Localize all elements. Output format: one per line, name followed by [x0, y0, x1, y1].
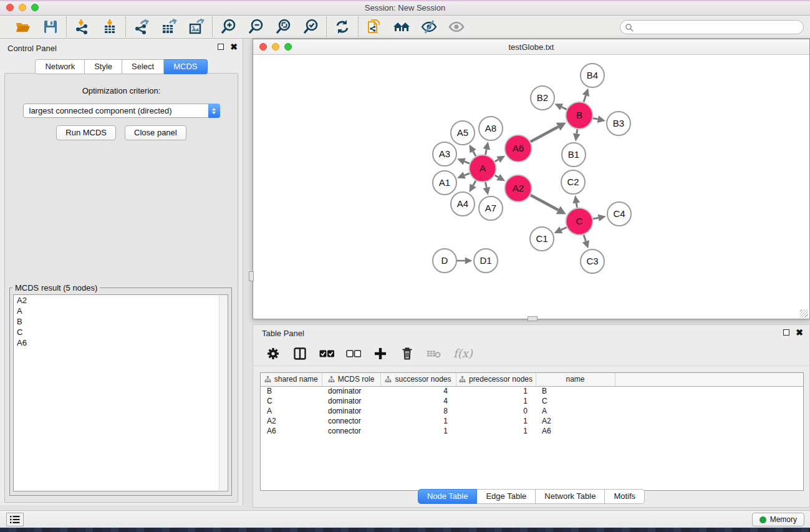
table-cell[interactable]: A6	[261, 426, 322, 436]
table-cell[interactable]: B	[536, 386, 615, 396]
graph-node-A[interactable]: A	[470, 155, 496, 182]
float-panel-icon[interactable]	[218, 44, 224, 50]
graph-node-A6[interactable]: A6	[505, 135, 532, 162]
graph-node-B4[interactable]: B4	[581, 64, 604, 87]
table-cell[interactable]: A2	[536, 416, 615, 426]
edge-B-B1[interactable]	[577, 129, 577, 133]
edge-B-B4[interactable]	[584, 95, 586, 102]
table-row[interactable]: A6connector11A6	[261, 426, 803, 436]
tab-node-table[interactable]: Node Table	[418, 489, 478, 504]
table-cell[interactable]: 1	[380, 426, 456, 436]
table-row[interactable]: Cdominator41C	[261, 396, 803, 406]
column-header-predecessor-nodes[interactable]: predecessor nodes	[456, 373, 536, 386]
edge-A-A6[interactable]	[495, 160, 499, 162]
edge-A-A2[interactable]	[495, 175, 499, 177]
search-input[interactable]	[620, 20, 804, 34]
graph-node-C4[interactable]: C4	[607, 202, 631, 226]
table-cell[interactable]: 0	[456, 406, 536, 416]
edge-C-C4[interactable]	[593, 218, 599, 219]
result-item[interactable]: A6	[14, 337, 228, 348]
table-cell[interactable]: dominator	[322, 406, 380, 416]
table-row[interactable]: Bdominator41B	[261, 386, 803, 396]
tab-mcds[interactable]: MCDS	[164, 59, 207, 74]
edge-A-A8[interactable]	[485, 149, 486, 155]
table-cell[interactable]: 1	[456, 386, 536, 396]
edge-A-A7[interactable]	[485, 182, 486, 188]
graph-node-A2[interactable]: A2	[505, 175, 532, 202]
column-header-successor-nodes[interactable]: successor nodes	[380, 373, 456, 386]
window-resize-grip[interactable]	[800, 309, 808, 317]
graph-node-C[interactable]: C	[566, 208, 593, 235]
refresh-layout-icon[interactable]	[333, 17, 352, 36]
import-table-icon[interactable]	[100, 17, 119, 36]
table-cell[interactable]: C	[261, 396, 322, 406]
edge-B-B3[interactable]	[593, 118, 598, 120]
add-row-icon[interactable]	[373, 346, 388, 361]
edge-A2-C[interactable]	[531, 195, 558, 210]
table-cell[interactable]: dominator	[322, 386, 380, 396]
table-cell[interactable]: connector	[322, 426, 380, 436]
table-row[interactable]: Adominator80A	[261, 406, 803, 416]
table-cell[interactable]: A2	[261, 416, 322, 426]
duplicate-network-icon[interactable]	[365, 17, 383, 36]
table-cell[interactable]: 1	[456, 396, 536, 406]
graph-node-B3[interactable]: B3	[607, 112, 630, 135]
tab-select[interactable]: Select	[122, 59, 164, 74]
session-home-icon[interactable]	[392, 17, 411, 36]
memory-button[interactable]: Memory	[752, 513, 804, 526]
tab-network-table[interactable]: Network Table	[536, 489, 605, 504]
zoom-selected-icon[interactable]	[301, 17, 320, 36]
deselect-all-checks-icon[interactable]	[346, 346, 361, 361]
tab-network[interactable]: Network	[35, 59, 85, 74]
table-cell[interactable]: dominator	[322, 396, 380, 406]
tab-motifs[interactable]: Motifs	[605, 489, 645, 504]
graph-node-A1[interactable]: A1	[433, 171, 456, 195]
graph-node-D1[interactable]: D1	[474, 249, 498, 273]
graph-node-B2[interactable]: B2	[531, 86, 554, 110]
zoom-fit-icon[interactable]	[274, 17, 292, 36]
birdseye-handle-bottom[interactable]	[528, 316, 538, 321]
zoom-in-icon[interactable]	[219, 17, 238, 36]
result-scrollbar[interactable]	[219, 295, 228, 491]
hide-panels-eye-icon[interactable]	[420, 17, 438, 36]
graph-node-A8[interactable]: A8	[479, 117, 503, 140]
table-row[interactable]: A2connector11A2	[261, 416, 803, 426]
settings-gear-icon[interactable]	[266, 346, 281, 361]
tab-edge-table[interactable]: Edge Table	[477, 489, 536, 504]
table-cell[interactable]: 1	[380, 416, 456, 426]
table-cell[interactable]: A	[261, 406, 322, 416]
graph-node-A7[interactable]: A7	[479, 196, 503, 220]
graph-node-C1[interactable]: C1	[530, 227, 554, 251]
edge-C-C1[interactable]	[561, 228, 567, 230]
table-cell[interactable]: A	[536, 406, 615, 416]
edge-B-B2[interactable]	[562, 107, 567, 110]
graph-node-A3[interactable]: A3	[433, 142, 456, 166]
column-header-MCDS-role[interactable]: MCDS role	[322, 373, 380, 386]
edge-C-C2[interactable]	[576, 203, 577, 207]
close-panel-button[interactable]: Close panel	[125, 125, 186, 140]
network-canvas[interactable]: B4B2BB3A8A5A6A3B1AA1C2A2A4A7C4CC1C3DD1	[254, 56, 809, 318]
table-cell[interactable]: C	[536, 396, 615, 406]
column-header-shared-name[interactable]: shared name	[261, 373, 322, 386]
graph-node-B[interactable]: B	[566, 102, 593, 129]
result-item[interactable]: C	[14, 327, 228, 337]
column-header-name[interactable]: name	[536, 373, 615, 386]
run-mcds-button[interactable]: Run MCDS	[56, 125, 116, 140]
result-item[interactable]: B	[14, 316, 228, 327]
export-table-icon[interactable]	[160, 17, 178, 36]
graph-node-C2[interactable]: C2	[561, 170, 585, 194]
column-view-icon[interactable]	[292, 346, 307, 361]
save-session-icon[interactable]	[41, 17, 60, 36]
zoom-out-icon[interactable]	[246, 17, 265, 36]
network-window-titlebar[interactable]: testGlobe.txt	[253, 39, 809, 55]
show-graphics-details-eye-icon[interactable]	[447, 17, 466, 36]
graph-node-A4[interactable]: A4	[451, 192, 475, 216]
close-table-panel-icon[interactable]: ✖	[796, 329, 803, 336]
edge-C-C3[interactable]	[584, 235, 586, 241]
float-table-panel-icon[interactable]	[783, 329, 789, 336]
table-cell[interactable]: 8	[380, 406, 456, 416]
table-cell[interactable]: A6	[536, 426, 615, 436]
edge-A-A1[interactable]	[465, 173, 470, 175]
table-cell[interactable]: 4	[380, 386, 456, 396]
graph-node-D[interactable]: D	[433, 249, 456, 273]
